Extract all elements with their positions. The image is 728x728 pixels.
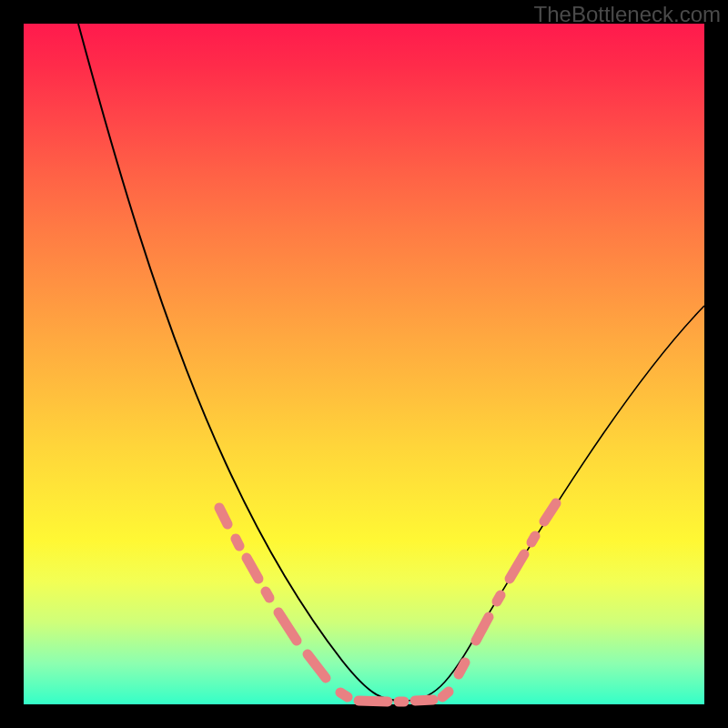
series-highlight-dashes-left-seg-5 [308, 654, 326, 678]
series-highlight-dashes-right-seg-3 [510, 554, 524, 579]
series-highlight-dashes-left-seg-0 [219, 508, 228, 524]
series-highlight-dashes-bottom-seg-4 [442, 692, 449, 697]
series-highlight-dashes-bottom-seg-3 [415, 700, 433, 701]
series-highlight-dashes-left-seg-1 [236, 539, 239, 546]
series-highlight-dashes-right-seg-2 [497, 595, 500, 602]
chart-layers [78, 24, 704, 702]
series-highlight-dashes-right-seg-1 [476, 617, 489, 641]
chart-svg [24, 24, 704, 704]
chart-plot-area [24, 24, 704, 704]
watermark-text: TheBottleneck.com [534, 2, 721, 27]
series-highlight-dashes-bottom-seg-0 [340, 693, 348, 697]
series-highlight-dashes-right-seg-5 [544, 503, 556, 521]
series-left-curve [78, 24, 404, 701]
series-highlight-dashes-bottom-seg-1 [359, 701, 388, 702]
series-highlight-dashes-right-seg-0 [459, 662, 465, 674]
series-highlight-dashes-left-seg-2 [247, 558, 258, 579]
series-highlight-dashes-left-seg-3 [266, 592, 269, 598]
series-highlight-dashes-right-seg-4 [531, 536, 535, 542]
series-highlight-dashes-left-seg-4 [278, 612, 297, 641]
